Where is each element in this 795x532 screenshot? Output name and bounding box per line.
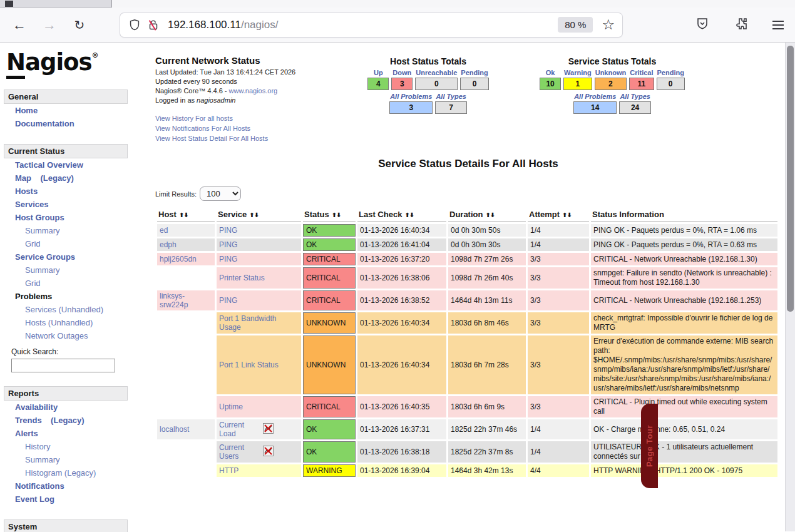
sidebar-item-tactical-overview[interactable]: Tactical Overview [4,158,131,171]
view-history-link[interactable]: View History For all hosts [155,113,362,123]
sidebar-item-documentation[interactable]: Documentation [4,117,131,130]
totals-value-critical[interactable]: 11 [629,78,654,90]
view-notifications-link[interactable]: View Notifications For All Hosts [155,123,362,133]
host-link[interactable]: linksys-srw224p [160,292,188,309]
totals-header-pending[interactable]: Pending [460,69,488,76]
totals-header-warning[interactable]: Warning [563,69,592,76]
totals-header-critical[interactable]: Critical [629,69,654,76]
totals-value-all-problems[interactable]: 14 [573,101,617,114]
insecure-lock-icon[interactable] [144,16,163,34]
sidebar-item-notifications[interactable]: Notifications [4,479,131,493]
last-check-cell: 01-13-2026 16:40:34 [357,224,446,237]
service-link[interactable]: HTTP [219,466,238,475]
totals-header-pending[interactable]: Pending [657,69,685,76]
perfdata-graph-icon[interactable] [263,423,274,436]
sidebar-item-home[interactable]: Home [4,104,131,117]
pocket-icon[interactable] [695,16,710,34]
sort-icons[interactable]: ⬆⬇ [562,212,572,218]
sidebar-item-trends-legacy[interactable]: Trends (Legacy) [4,414,131,427]
service-link[interactable]: Uptime [219,402,243,411]
sidebar-item-services-unhandled[interactable]: Services (Unhandled) [4,303,131,316]
totals-header-down[interactable]: Down [391,69,413,76]
service-link[interactable]: PING [219,296,237,305]
totals-value-up[interactable]: 4 [367,78,389,90]
sort-icons[interactable]: ⬆⬇ [485,212,495,218]
totals-header-all-problems[interactable]: All Problems [573,93,617,100]
page-tour-ribbon[interactable]: Page Tour [641,404,658,488]
totals-value-pending[interactable]: 0 [657,78,685,90]
bookmark-star-icon[interactable]: ☆ [602,16,615,33]
totals-value-unknown[interactable]: 2 [595,78,627,90]
sort-icons[interactable]: ⬆⬇ [332,212,341,218]
sidebar-item-history[interactable]: History [4,440,131,453]
totals-value-ok[interactable]: 10 [540,78,561,90]
active-tab[interactable] [112,0,795,8]
hamburger-menu-icon[interactable] [772,21,784,29]
host-link[interactable]: ed [160,226,168,235]
sidebar-item-grid[interactable]: Grid [4,237,131,250]
totals-value-all-types[interactable]: 24 [619,101,651,114]
totals-header-up[interactable]: Up [367,69,389,76]
sidebar-item-services[interactable]: Services [4,198,131,211]
tab-strip[interactable] [0,0,795,8]
sidebar-item-hosts-unhandled[interactable]: Hosts (Unhandled) [4,316,131,329]
sidebar-item-summary[interactable]: Summary [4,224,131,237]
totals-value-warning[interactable]: 1 [563,78,592,90]
service-link[interactable]: Current Load [219,421,258,438]
totals-header-all-problems[interactable]: All Problems [389,93,433,100]
shield-icon[interactable] [125,16,144,34]
url-bar[interactable]: 192.168.100.11/nagios/ 80 % ☆ [120,13,622,37]
totals-value-all-types[interactable]: 7 [435,101,467,114]
sidebar-item-summary[interactable]: Summary [4,453,131,466]
totals-header-ok[interactable]: Ok [540,69,561,76]
service-link[interactable]: PING [219,240,237,249]
sidebar-item-hosts[interactable]: Hosts [4,185,131,198]
service-link[interactable]: Current Users [219,443,258,461]
quick-search-input[interactable] [11,359,115,372]
page-scrollbar[interactable] [785,43,795,531]
sidebar-item-host-groups[interactable]: Host Groups [4,211,131,224]
extensions-puzzle-icon[interactable] [734,16,749,34]
service-link[interactable]: Port 1 Link Status [219,361,279,369]
totals-value-unreachable[interactable]: 0 [415,78,458,90]
sidebar-item-availability[interactable]: Availability [4,401,131,414]
forward-button[interactable]: → [39,14,60,36]
host-link[interactable]: edph [160,240,177,249]
totals-header-all-types[interactable]: All Types [435,93,467,100]
totals-value-pending[interactable]: 0 [460,78,488,90]
sidebar-item-histogram-legacy[interactable]: Histogram (Legacy) [4,466,131,479]
service-link[interactable]: Port 1 Bandwidth Usage [219,314,276,332]
totals-value-all-problems[interactable]: 3 [389,101,433,114]
duration-cell: 1098d 7h 26m 40s [448,267,526,289]
host-cell [157,335,215,394]
scrollbar-thumb[interactable] [787,46,794,312]
sort-icons[interactable]: ⬆⬇ [404,212,414,218]
sidebar-item-network-outages[interactable]: Network Outages [4,329,131,342]
service-link[interactable]: PING [219,255,237,263]
totals-header-unreachable[interactable]: Unreachable [415,69,458,76]
service-link[interactable]: PING [219,226,237,235]
limit-results-select[interactable]: 100 [200,187,241,201]
sidebar-item-summary[interactable]: Summary [4,263,131,277]
view-host-status-link[interactable]: View Host Status Detail For All Hosts [155,133,362,143]
service-cell: PING [217,224,301,237]
sidebar-item-map-legacy[interactable]: Map (Legacy) [4,171,131,185]
nagios-org-link[interactable]: www.nagios.org [229,87,278,95]
totals-header-unknown[interactable]: Unknown [595,69,627,76]
sidebar-item-grid[interactable]: Grid [4,277,131,290]
host-link[interactable]: hplj2605dn [160,255,197,263]
sidebar-item-alerts[interactable]: Alerts [4,427,131,440]
sort-icons[interactable]: ⬆⬇ [179,212,188,218]
back-button[interactable]: ← [9,14,30,36]
perfdata-graph-icon[interactable] [263,446,274,458]
zoom-level-badge[interactable]: 80 % [558,17,593,33]
host-link[interactable]: localhost [160,425,189,434]
sort-icons[interactable]: ⬆⬇ [249,212,259,218]
sidebar-item-service-groups[interactable]: Service Groups [4,250,131,263]
totals-header-all-types[interactable]: All Types [619,93,651,100]
reload-button[interactable]: ↻ [69,14,90,36]
service-link[interactable]: Printer Status [219,274,265,282]
table-row: Port 1 Bandwidth UsageUNKNOWN01-13-2026 … [157,312,777,334]
sidebar-item-event-log[interactable]: Event Log [4,493,131,506]
totals-value-down[interactable]: 3 [391,78,413,90]
